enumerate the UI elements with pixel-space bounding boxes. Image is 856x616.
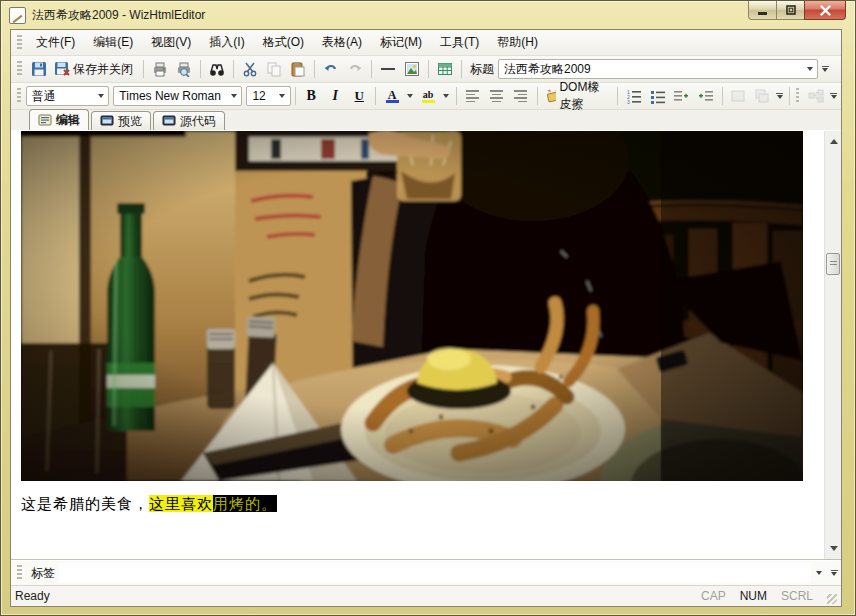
highlight-color-button[interactable]: ab (416, 85, 440, 107)
menu-file[interactable]: 文件(F) (27, 30, 84, 55)
sentence-highlighted: 这里喜欢 (149, 495, 213, 512)
menu-view[interactable]: 视图(V) (142, 30, 200, 55)
format-toolbar: 普通 Times New Roman 12 B I U A (11, 83, 841, 110)
separator (789, 87, 790, 105)
separator (456, 87, 457, 105)
undo-button[interactable] (319, 58, 343, 80)
tab-source[interactable]: 源代码 (153, 111, 225, 130)
scrollbar-thumb[interactable] (826, 253, 840, 275)
horizontal-rule-button[interactable] (376, 58, 400, 80)
disabled-frames-button[interactable] (750, 85, 774, 107)
menu-help[interactable]: 帮助(H) (488, 30, 547, 55)
save-close-icon (54, 61, 70, 77)
align-left-icon (466, 90, 479, 102)
tab-edit[interactable]: 编辑 (29, 109, 89, 130)
separator (371, 60, 372, 78)
tagbar-overflow[interactable] (827, 562, 841, 584)
right-toolbar-overflow[interactable] (828, 85, 839, 107)
restore-icon (786, 5, 796, 15)
svg-text:3: 3 (627, 99, 630, 104)
menu-edit[interactable]: 编辑(E) (84, 30, 142, 55)
separator (295, 87, 296, 105)
menu-format[interactable]: 格式(O) (254, 30, 313, 55)
italic-button[interactable]: I (323, 85, 347, 107)
save-icon (31, 61, 47, 77)
insert-image-button[interactable] (400, 58, 424, 80)
vertical-scrollbar[interactable] (824, 131, 841, 559)
font-family-select[interactable]: Times New Roman (113, 86, 242, 106)
align-center-button[interactable] (485, 85, 509, 107)
resize-grip[interactable] (827, 594, 837, 604)
font-color-button[interactable]: A (380, 85, 404, 107)
bullet-list-button[interactable] (646, 85, 670, 107)
chevron-down-icon (816, 571, 822, 575)
insert-table-icon (437, 61, 453, 77)
numbered-list-button[interactable]: 123 (622, 85, 646, 107)
bold-button[interactable]: B (299, 85, 323, 107)
toolbar-overflow-button[interactable] (818, 58, 832, 80)
status-scrl: SCRL (781, 589, 813, 603)
underline-button[interactable]: U (347, 85, 371, 107)
indent-button[interactable] (694, 85, 718, 107)
separator (143, 60, 144, 78)
scroll-up-button[interactable] (825, 133, 841, 150)
tag-input[interactable] (59, 563, 811, 583)
toolbar-grip[interactable] (17, 61, 22, 77)
menu-table[interactable]: 表格(A) (313, 30, 371, 55)
title-bar[interactable]: 法西希攻略2009 - WizHtmlEditor (1, 1, 855, 29)
outdent-button[interactable] (670, 85, 694, 107)
editor-canvas[interactable]: 这是希腊的美食，这里喜欢用烤的。 (11, 131, 841, 560)
copy-button[interactable] (262, 58, 286, 80)
scroll-down-button[interactable] (825, 540, 841, 557)
tagbar-grip[interactable] (17, 565, 22, 581)
disabled-node-button[interactable] (804, 85, 828, 107)
paste-button[interactable] (286, 58, 310, 80)
chevron-down-icon (822, 68, 828, 72)
paste-icon (290, 61, 306, 77)
insert-image-icon (404, 61, 420, 77)
title-dropdown[interactable] (802, 60, 817, 78)
app-window: 法西希攻略2009 - WizHtmlEditor 文件(F) 编辑(E) 视图… (0, 0, 856, 616)
status-bar: Ready CAP NUM SCRL (11, 586, 841, 606)
redo-button[interactable] (343, 58, 367, 80)
highlight-dropdown[interactable] (440, 85, 452, 107)
title-input[interactable]: 法西希攻略2009 (498, 59, 818, 79)
cut-button[interactable] (238, 58, 262, 80)
paragraph-style-select[interactable]: 普通 (26, 86, 110, 106)
tag-dropdown[interactable] (811, 571, 827, 575)
font-color-icon: A (386, 90, 399, 103)
tab-preview[interactable]: 预览 (91, 111, 151, 130)
menu-markup[interactable]: 标记(M) (371, 30, 431, 55)
save-and-close-button[interactable]: 保存并关闭 (51, 58, 139, 80)
separator (428, 60, 429, 78)
save-button[interactable] (27, 58, 51, 80)
menubar-grip[interactable] (17, 35, 22, 51)
editor-sentence[interactable]: 这是希腊的美食，这里喜欢用烤的。 (21, 495, 277, 514)
dom-eraser-button[interactable]: DOM橡皮擦 (542, 85, 613, 107)
chevron-down-icon (98, 94, 104, 98)
insert-table-button[interactable] (433, 58, 457, 80)
minimize-button[interactable] (748, 1, 777, 20)
align-right-button[interactable] (509, 85, 533, 107)
restore-button[interactable] (777, 1, 804, 20)
font-size-select[interactable]: 12 (246, 86, 290, 106)
find-button[interactable] (205, 58, 229, 80)
print-button[interactable] (148, 58, 172, 80)
chevron-down-icon (407, 94, 413, 98)
menu-tools[interactable]: 工具(T) (431, 30, 488, 55)
close-button[interactable] (804, 1, 846, 20)
numbered-list-icon: 123 (626, 88, 642, 104)
menu-insert[interactable]: 插入(I) (200, 30, 253, 55)
chevron-down-icon (443, 94, 449, 98)
disabled-frame-button[interactable] (726, 85, 750, 107)
app-icon (9, 7, 26, 24)
dinner-photo[interactable] (21, 131, 803, 481)
print-preview-icon (176, 61, 192, 77)
toolbar-grip[interactable] (17, 88, 21, 104)
toolbar-grip[interactable] (796, 88, 800, 104)
format-toolbar-overflow[interactable] (774, 85, 785, 107)
font-color-dropdown[interactable] (404, 85, 416, 107)
print-preview-button[interactable] (172, 58, 196, 80)
bold-label: B (307, 88, 316, 104)
align-left-button[interactable] (461, 85, 485, 107)
